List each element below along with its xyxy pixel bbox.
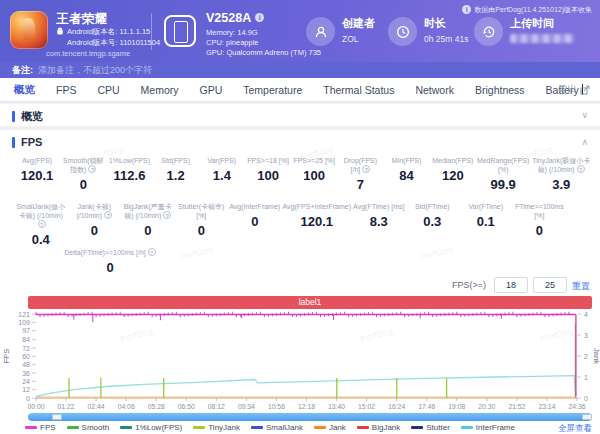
creator-value: ZOL [342, 34, 359, 44]
scrollbar-right-arrow[interactable] [582, 414, 592, 420]
metric-label: FPS>=25 [%] [292, 156, 336, 165]
tab-Memory[interactable]: Memory [141, 84, 179, 96]
metric-label: Avg(FPS) [15, 156, 59, 165]
fullscreen-link[interactable]: 全屏查看 [558, 423, 592, 434]
metric-value: 0.3 [407, 214, 459, 229]
svg-text:84: 84 [22, 336, 30, 343]
upload-time-label: 上传时间 [510, 16, 554, 31]
device-info-icon[interactable]: i [255, 13, 264, 22]
game-app-icon [10, 11, 48, 49]
help-icon[interactable]: ? [577, 165, 585, 173]
svg-text:FPS: FPS [2, 349, 11, 364]
help-icon[interactable]: ? [362, 165, 370, 173]
device-gpu: GPU: Qualcomm Adreno (TM) 735 [206, 48, 321, 57]
svg-text:08:12: 08:12 [208, 403, 225, 410]
tab-Temperature[interactable]: Temperature [243, 84, 302, 96]
phone-icon [164, 15, 196, 47]
fps-collapse-chevron-icon[interactable]: ∧ [581, 137, 588, 147]
upload-time-redacted-value [510, 34, 574, 43]
note-bar[interactable]: 备注:添加备注，不超过200个字符 [0, 62, 600, 78]
fps-threshold-min-input[interactable] [494, 277, 528, 293]
metric-value: 112.6 [107, 168, 151, 183]
metric-value: 100 [292, 168, 336, 183]
legend-item-Jank[interactable]: Jank [314, 423, 346, 432]
legend-item-Smooth[interactable]: Smooth [67, 423, 110, 432]
legend-label: FPS [40, 423, 56, 432]
info-icon: i [462, 5, 471, 14]
fps-threshold-max-input[interactable] [533, 277, 567, 293]
tab-Thermal Status[interactable]: Thermal Status [323, 84, 394, 96]
metric-value: 7 [338, 177, 382, 192]
tab-CPU[interactable]: CPU [97, 84, 119, 96]
legend-item-1%Low(FPS)[interactable]: 1%Low(FPS) [120, 423, 182, 432]
legend-swatch [251, 426, 263, 429]
header: 王者荣耀 Android版本名: 11.1.1.15 Android版本号: 1… [0, 0, 600, 62]
device-model: V2528Ai [206, 11, 264, 25]
creator-label: 创建者 [342, 16, 375, 31]
svg-text:36: 36 [22, 370, 30, 377]
svg-text:09:34: 09:34 [238, 403, 255, 410]
metric-value: 0 [514, 223, 566, 238]
chart-horizontal-scrollbar[interactable] [28, 413, 592, 421]
legend-item-SmallJank[interactable]: SmallJank [251, 423, 303, 432]
note-placeholder: 添加备注，不超过200个字符 [38, 65, 152, 75]
upload-time-history-icon [474, 17, 503, 46]
scrollbar-handle[interactable] [52, 414, 62, 420]
help-icon[interactable]: ? [38, 220, 46, 228]
svg-text:20:30: 20:30 [478, 403, 495, 410]
metric-cell: Var(FTime)0.1 [459, 202, 513, 247]
metric-cell: Var(FPS)1.4 [199, 156, 245, 192]
metric-label: Drop(FPS) [/h]? [338, 156, 382, 174]
tab-FPS[interactable]: FPS [56, 84, 76, 96]
svg-text:23:14: 23:14 [538, 403, 555, 410]
perfdog-report-page: 王者荣耀 Android版本名: 11.1.1.15 Android版本号: 1… [0, 0, 600, 434]
legend-swatch [67, 426, 79, 429]
fps-filter-reset-link[interactable]: 重置 [572, 280, 590, 293]
tab-Brightness[interactable]: Brightness [475, 84, 525, 96]
metric-value: 0 [176, 223, 228, 238]
help-icon[interactable]: ? [104, 211, 112, 219]
export-button[interactable]: 导出 [558, 83, 590, 96]
metric-cell: Smooth(稳帧指数)?0 [60, 156, 106, 192]
metric-cell: Avg(FPS+InterFrame)120.1 [282, 202, 353, 247]
legend-label: SmallJank [266, 423, 303, 432]
metric-label: Delta(FTime)>=100ms [/h]? [41, 248, 179, 257]
metric-value: 0 [41, 260, 179, 275]
metric-cell: 1%Low(FPS)112.6 [106, 156, 152, 192]
svg-text:1: 1 [584, 374, 588, 381]
help-icon[interactable]: ? [88, 165, 96, 173]
fps-filter-label: FPS(>=) [452, 280, 486, 290]
svg-text:02:44: 02:44 [88, 403, 105, 410]
metric-value: 0.1 [460, 214, 512, 229]
svg-text:17:46: 17:46 [418, 403, 435, 410]
metric-cell: Drop(FPS) [/h]?7 [337, 156, 383, 192]
legend-item-InterFrame[interactable]: InterFrame [461, 423, 515, 432]
legend-swatch [411, 426, 423, 429]
legend-label: InterFrame [476, 423, 515, 432]
legend-item-TinyJank[interactable]: TinyJank [193, 423, 240, 432]
fps-chart[interactable]: 012243648607284971091210123400:0001:2202… [0, 302, 600, 410]
legend-label: TinyJank [208, 423, 240, 432]
svg-text:04:06: 04:06 [118, 403, 135, 410]
legend-swatch [357, 426, 369, 429]
legend-item-Stutter[interactable]: Stutter [411, 423, 450, 432]
tab-概览[interactable]: 概览 [14, 83, 35, 97]
creator-avatar-icon [306, 17, 335, 46]
metric-cell: Avg(FTime) [ms]8.3 [352, 202, 406, 247]
metric-cell: TinyJank(极微小卡顿) (/10min)?3.9 [530, 156, 592, 192]
svg-text:60: 60 [22, 353, 30, 360]
legend-item-FPS[interactable]: FPS [25, 423, 56, 432]
metric-label: TinyJank(极微小卡顿) (/10min)? [531, 156, 591, 174]
tab-GPU[interactable]: GPU [200, 84, 223, 96]
metric-label: FPS>=18 [%] [246, 156, 290, 165]
metric-label: SmallJank(微小卡顿) (/10min)? [15, 202, 67, 229]
tab-Network[interactable]: Network [415, 84, 454, 96]
metric-cell: Median(FPS)120 [430, 156, 476, 192]
legend-item-BigJank[interactable]: BigJank [357, 423, 400, 432]
metric-label: Var(FTime) [460, 202, 512, 211]
help-icon[interactable]: ? [163, 211, 171, 219]
metric-label: Std(FPS) [154, 156, 198, 165]
metric-label: Smooth(稳帧指数)? [61, 156, 105, 174]
help-icon[interactable]: ? [148, 248, 156, 256]
overview-collapse-chevron-icon[interactable]: ∨ [581, 110, 588, 120]
